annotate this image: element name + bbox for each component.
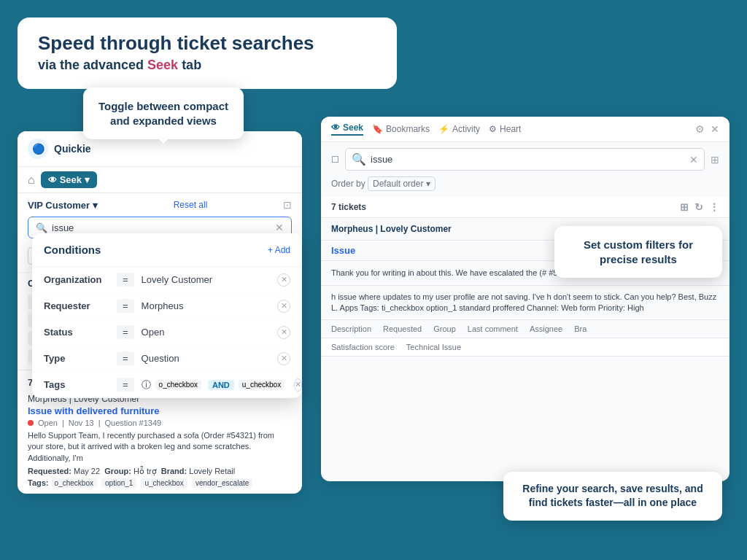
condition-remove-type[interactable]: ✕: [277, 352, 290, 365]
condition-row-requester: Requester = Morpheus ✕: [32, 293, 302, 319]
condition-remove-requester[interactable]: ✕: [277, 300, 290, 313]
settings-icon[interactable]: ⚙: [695, 123, 705, 135]
and-badge: AND: [208, 380, 234, 390]
seek-tab[interactable]: 👁 Seek ▾: [41, 171, 97, 188]
main-area: Toggle between compact and expanded view…: [18, 88, 729, 542]
quickie-name: Quickie: [54, 143, 91, 155]
ticket-footer: Requested: May 22 Group: Hỗ trợ Brand: L…: [28, 467, 292, 476]
seek-icon: 👁: [48, 175, 57, 185]
page-title: Speed through ticket searches: [38, 32, 376, 55]
nav-actions: ⚙ ✕: [695, 123, 719, 135]
ticket-status-row: Open | Nov 13 | Question #1349: [28, 419, 292, 427]
tag-chip: u_checkbox: [141, 478, 187, 488]
tag-o-checkbox: o_checkbox: [155, 380, 201, 389]
seek-table-row2: Satisfaction score Technical Issue: [321, 338, 729, 357]
tag-chip: o_checkbox: [51, 478, 97, 488]
header-section: Speed through ticket searches via the ad…: [18, 18, 397, 89]
ticket-body: Hello Support Team, I recently purchased…: [28, 430, 292, 464]
seek-order-dropdown[interactable]: Default order ▾: [368, 176, 436, 191]
tag-chip: option_1: [101, 478, 136, 488]
seek-search-box: 🔍 issue ✕: [345, 148, 705, 171]
seek-preview-content2: h issue where updates to my user profile…: [321, 286, 729, 321]
conditions-header: Conditions + Add: [32, 233, 302, 267]
seek-search-icon: 🔍: [352, 152, 366, 166]
condition-remove-organization[interactable]: ✕: [277, 273, 290, 287]
seek-panel-nav: 👁 Seek 🔖 Bookmarks ⚡ Activity ⚙ Heart ⚙ …: [321, 117, 729, 142]
seek-nav-tab-bookmarks[interactable]: 🔖 Bookmarks: [372, 124, 430, 134]
condition-row-status: Status = Open ✕: [32, 319, 302, 346]
seek-tickets-header: 7 tickets ⊞ ↻ ⋮: [321, 197, 729, 218]
seek-nav-tab-seek[interactable]: 👁 Seek: [331, 122, 363, 136]
seek-collapse-icon[interactable]: ⊞: [711, 154, 719, 166]
seek-search-input[interactable]: issue: [371, 154, 685, 165]
vip-badge[interactable]: VIP Customer ▾: [28, 200, 98, 211]
filter-bar: VIP Customer ▾ Reset all ⊡: [18, 193, 302, 217]
tag-chip: vendor_escalate: [192, 478, 252, 488]
condition-remove-tags[interactable]: ✕: [294, 378, 302, 392]
seek-order-row: Order by Default order ▾: [321, 176, 729, 197]
home-icon[interactable]: ⌂: [28, 174, 35, 187]
quickie-nav: ⌂ 👁 Seek ▾: [18, 167, 302, 193]
ticket-card: Morpheus | Lovely Customer Issue with de…: [28, 394, 292, 488]
select-all-icon[interactable]: ☐: [331, 155, 339, 165]
quickie-logo: 🔵: [28, 139, 48, 159]
search-input[interactable]: issue: [52, 222, 271, 233]
custom-filter-tooltip: Set custom filters for precise results: [554, 226, 722, 278]
search-clear-icon[interactable]: ✕: [275, 222, 284, 233]
condition-row-tags: Tags = ⓘ o_checkbox AND u_checkbox ✕: [32, 372, 302, 398]
tag-u-checkbox: u_checkbox: [239, 380, 285, 389]
seek-refresh-icon[interactable]: ↻: [694, 201, 703, 213]
seek-nav-tab-heart[interactable]: ⚙ Heart: [489, 124, 521, 134]
condition-row-type: Type = Question ✕: [32, 346, 302, 372]
seek-search-clear[interactable]: ✕: [689, 154, 698, 166]
condition-remove-status[interactable]: ✕: [277, 326, 290, 339]
page-subtitle: via the advanced Seek tab: [38, 58, 376, 73]
toggle-tooltip: Toggle between compact and expanded view…: [83, 88, 244, 139]
seek-table-headers: Description Requested Group Last comment…: [321, 320, 729, 338]
ticket-title[interactable]: Issue with delivered furniture: [28, 405, 292, 416]
seek-more-icon[interactable]: ⋮: [709, 201, 719, 213]
seek-panel-bg: 👁 Seek 🔖 Bookmarks ⚡ Activity ⚙ Heart ⚙ …: [321, 117, 729, 481]
seek-header-icons: ⊞ ↻ ⋮: [680, 201, 719, 213]
bottom-tooltip: Refine your search, save results, and fi…: [503, 472, 722, 521]
search-icon: 🔍: [36, 222, 47, 233]
close-icon[interactable]: ✕: [711, 123, 719, 135]
ticket-tags-row: Tags: o_checkbox option_1 u_checkbox ven…: [28, 478, 292, 488]
conditions-panel: Conditions + Add Organization = Lovely C…: [32, 233, 302, 398]
conditions-title: Conditions: [44, 244, 101, 256]
add-condition-button[interactable]: + Add: [268, 245, 290, 255]
reset-all-button[interactable]: Reset all: [174, 200, 208, 210]
seek-grid-icon[interactable]: ⊞: [680, 201, 689, 213]
condition-row-organization: Organization = Lovely Customer ✕: [32, 267, 302, 293]
seek-search-row: ☐ 🔍 issue ✕ ⊞: [321, 142, 729, 176]
tags-condition-value: ⓘ o_checkbox AND u_checkbox: [142, 378, 287, 392]
filter-icon[interactable]: ⊡: [283, 199, 292, 211]
seek-nav-tab-activity[interactable]: ⚡ Activity: [438, 124, 480, 134]
status-dot: [28, 420, 34, 426]
